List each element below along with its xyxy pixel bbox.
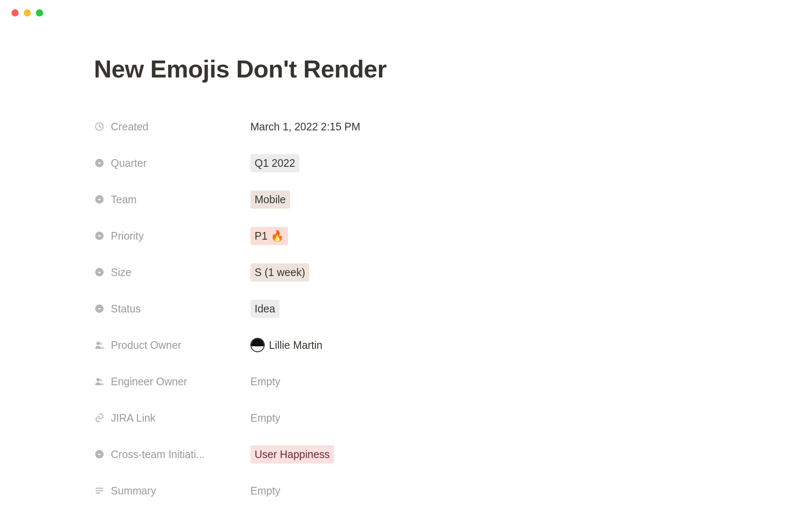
- property-label: JIRA Link: [111, 412, 156, 424]
- person-icon: [94, 340, 105, 351]
- tag-status: Idea: [250, 300, 280, 318]
- tag-cross-team: User Happiness: [250, 445, 334, 464]
- property-value-team[interactable]: Mobile: [250, 190, 290, 209]
- property-row-summary[interactable]: Summary Empty: [94, 472, 508, 508]
- property-value-size[interactable]: S (1 week): [250, 263, 309, 282]
- property-label: Summary: [111, 485, 156, 497]
- property-label: Product Owner: [111, 339, 181, 351]
- select-icon: [94, 303, 105, 314]
- property-label: Status: [111, 303, 141, 315]
- property-row-cross-team[interactable]: Cross-team Initiati... User Happiness: [94, 436, 508, 472]
- select-icon: [94, 267, 105, 278]
- property-value-created[interactable]: March 1, 2022 2:15 PM: [250, 121, 360, 133]
- property-value-summary[interactable]: Empty: [250, 485, 280, 497]
- property-value-jira-link[interactable]: Empty: [250, 412, 280, 424]
- zoom-window-button[interactable]: [36, 9, 43, 17]
- property-row-engineer-owner[interactable]: Engineer Owner Empty: [94, 363, 508, 400]
- property-row-status[interactable]: Status Idea: [94, 290, 508, 327]
- svg-point-7: [100, 342, 102, 345]
- property-value-cross-team[interactable]: User Happiness: [250, 445, 334, 464]
- close-window-button[interactable]: [11, 9, 19, 17]
- avatar: [250, 338, 265, 352]
- property-row-team[interactable]: Team Mobile: [94, 181, 508, 218]
- property-row-quarter[interactable]: Quarter Q1 2022: [94, 145, 508, 181]
- tag-size: S (1 week): [250, 263, 309, 282]
- property-row-priority[interactable]: Priority P1 🔥: [94, 218, 508, 254]
- svg-rect-11: [96, 488, 103, 489]
- property-label: Created: [111, 121, 148, 133]
- select-icon: [94, 449, 105, 460]
- property-value-status[interactable]: Idea: [250, 300, 280, 318]
- property-label: Cross-team Initiati...: [111, 448, 205, 461]
- text-icon: [94, 485, 105, 496]
- svg-point-8: [96, 378, 100, 381]
- property-row-created[interactable]: Created March 1, 2022 2:15 PM: [94, 108, 508, 145]
- svg-point-9: [100, 379, 102, 381]
- person-icon: [94, 376, 105, 387]
- select-icon: [94, 194, 105, 205]
- clock-icon: [94, 121, 105, 132]
- property-row-product-owner[interactable]: Product Owner Lillie Martin: [94, 327, 508, 363]
- link-icon: [94, 412, 105, 423]
- property-label: Engineer Owner: [111, 375, 187, 388]
- property-label: Quarter: [111, 157, 147, 169]
- property-value-engineer-owner[interactable]: Empty: [250, 375, 280, 388]
- property-label: Size: [111, 266, 132, 279]
- property-label: Team: [111, 193, 137, 206]
- property-value-priority[interactable]: P1 🔥: [250, 227, 288, 245]
- tag-team: Mobile: [250, 190, 290, 209]
- svg-rect-13: [96, 492, 100, 494]
- select-icon: [94, 230, 105, 241]
- svg-rect-12: [96, 490, 103, 491]
- property-value-quarter[interactable]: Q1 2022: [250, 154, 299, 172]
- tag-quarter: Q1 2022: [250, 154, 299, 172]
- property-value-product-owner[interactable]: Lillie Martin: [250, 338, 322, 352]
- property-row-size[interactable]: Size S (1 week): [94, 254, 508, 290]
- minimize-window-button[interactable]: [24, 9, 31, 17]
- select-icon: [94, 157, 105, 168]
- property-label: Priority: [111, 230, 144, 242]
- svg-point-6: [96, 342, 100, 345]
- tag-priority: P1 🔥: [250, 227, 288, 245]
- window-traffic-lights: [0, 0, 812, 17]
- property-row-jira-link[interactable]: JIRA Link Empty: [94, 400, 508, 436]
- page-title[interactable]: New Emojis Don't Render: [94, 55, 508, 83]
